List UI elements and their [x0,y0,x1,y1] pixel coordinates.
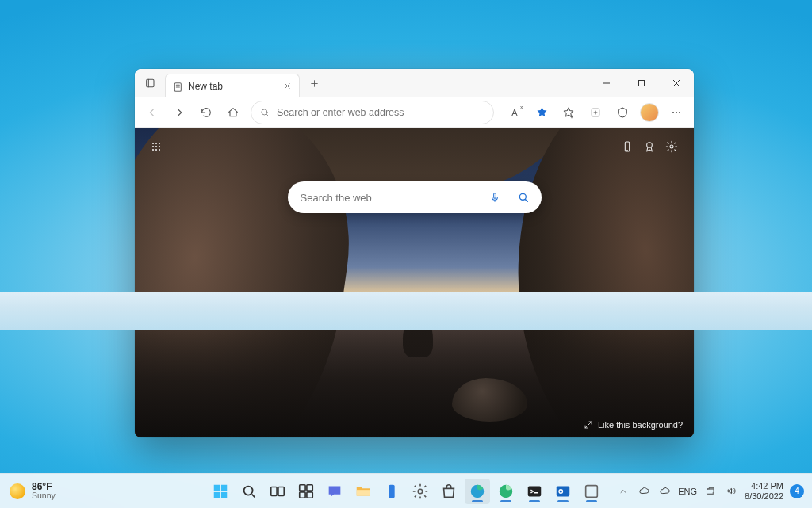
svg-point-16 [159,149,160,151]
svg-point-13 [159,146,160,147]
taskbar-app-terminal[interactable] [522,479,547,504]
notification-count[interactable]: 4 [790,484,804,498]
svg-rect-2 [639,81,645,86]
tab-close-button[interactable] [280,79,294,94]
svg-rect-32 [307,491,312,497]
svg-point-7 [679,111,680,113]
taskbar-app-start[interactable] [208,479,233,504]
read-aloud-button[interactable]: A» [502,100,527,125]
svg-rect-29 [300,484,305,490]
close-window-button[interactable] [659,69,694,97]
onedrive-sync-icon[interactable] [657,484,672,498]
ntp-search-box[interactable] [288,181,542,213]
taskbar-pinned-apps [208,479,604,504]
svg-rect-31 [300,491,305,497]
more-button[interactable] [664,100,689,125]
tab-actions-button[interactable] [140,72,162,94]
system-tray: ENG 4:42 PM 8/30/2022 4 [616,481,812,500]
svg-rect-34 [389,484,394,498]
taskbar-clock[interactable]: 4:42 PM 8/30/2022 [745,481,783,500]
volume-icon[interactable] [724,484,738,498]
svg-rect-22 [214,484,220,490]
svg-point-12 [155,146,157,147]
taskbar-app-outlook[interactable] [550,479,576,504]
svg-point-41 [560,490,562,492]
svg-point-35 [418,489,423,494]
svg-point-14 [152,149,154,151]
address-input[interactable] [277,107,485,118]
clock-time: 4:42 PM [745,481,783,491]
taskbar-app-task-view[interactable] [265,479,290,504]
svg-point-3 [262,109,267,114]
favorite-button[interactable] [529,100,554,125]
svg-point-9 [155,143,157,144]
onedrive-icon[interactable] [637,484,651,498]
taskbar-app-search[interactable] [236,479,262,504]
voice-search-button[interactable] [485,191,505,204]
taskbar-app-settings-app[interactable] [408,479,433,504]
input-language[interactable]: ENG [678,487,697,496]
svg-rect-25 [221,491,227,497]
new-tab-button[interactable] [303,72,325,94]
ntp-search-input[interactable] [301,192,478,204]
browser-essentials-button[interactable] [610,100,635,125]
ntp-topbar [146,136,683,158]
network-icon[interactable] [703,484,718,498]
window-controls [589,69,694,97]
svg-rect-27 [271,487,277,495]
weather-widget[interactable]: 86°F Sunny [0,482,56,500]
page-icon [172,81,183,92]
browser-tabstrip: New tab [135,69,694,97]
bg-water [135,295,694,437]
svg-rect-23 [221,484,227,490]
taskbar-app-generic-app[interactable] [579,479,604,504]
svg-rect-38 [528,486,542,496]
clock-date: 8/30/2022 [745,491,783,501]
taskbar-app-edge[interactable] [465,479,490,504]
taskbar-app-store[interactable] [436,479,462,504]
home-button[interactable] [220,100,246,125]
svg-rect-28 [278,487,284,495]
collections-button[interactable] [583,100,608,125]
rewards-button[interactable] [638,136,661,158]
svg-point-21 [519,193,526,200]
svg-rect-20 [493,193,496,199]
search-submit-button[interactable] [511,191,535,204]
svg-rect-24 [214,491,220,497]
profile-button[interactable] [637,100,662,125]
minimize-button[interactable] [589,69,624,97]
svg-point-10 [159,143,160,144]
browser-tab[interactable]: New tab [165,74,300,97]
tab-title: New tab [188,81,223,92]
svg-point-15 [155,149,157,151]
favorites-list-button[interactable] [556,100,581,125]
background-credit-text: Like this background? [598,420,683,430]
maximize-button[interactable] [624,69,659,97]
forward-button[interactable] [167,100,192,125]
tray-overflow-button[interactable] [616,484,630,498]
app-launcher-button[interactable] [146,136,167,157]
browser-toolbar: A» [135,97,694,128]
svg-rect-30 [307,484,312,490]
taskbar-app-phone-link[interactable] [379,479,404,504]
svg-point-19 [670,145,673,148]
svg-point-8 [152,143,154,144]
windows-taskbar: 86°F Sunny ENG 4:42 PM 8/30/2022 4 [0,473,812,508]
address-bar[interactable] [251,101,494,124]
new-tab-page: Like this background? [135,128,694,437]
taskbar-app-edge-dev[interactable] [493,479,519,504]
svg-rect-33 [357,490,370,495]
weather-sun-icon [10,483,25,499]
taskbar-app-chat[interactable] [322,479,347,504]
taskbar-app-widgets[interactable] [293,479,319,504]
weather-condition: Sunny [32,491,56,500]
refresh-button[interactable] [193,100,219,125]
background-credit[interactable]: Like this background? [584,420,683,430]
page-settings-button[interactable] [661,136,683,158]
edge-browser-window: New tab A [135,69,694,437]
back-button[interactable] [140,100,165,125]
mobile-button[interactable] [616,136,638,158]
taskbar-app-file-explorer[interactable] [350,479,376,504]
svg-rect-42 [586,485,598,497]
search-icon [259,107,270,118]
